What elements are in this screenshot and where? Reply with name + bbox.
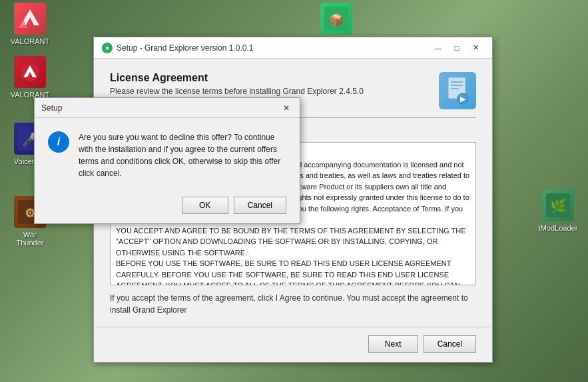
minimize-button[interactable]: —: [430, 41, 447, 55]
war-thunder-label: War Thunder: [9, 231, 51, 247]
dialog-titlebar: Setup ✕: [35, 98, 300, 118]
svg-text:▶: ▶: [460, 95, 466, 103]
dialog-box: Setup ✕ i Are you sure you want to decli…: [34, 97, 300, 224]
installer-icon: ▶: [439, 72, 476, 109]
dialog-title: Setup: [41, 103, 62, 113]
valorant-label-1: VALORANT: [11, 37, 49, 45]
close-button[interactable]: ✕: [467, 41, 484, 55]
valorant-icon-image-1: [14, 3, 46, 35]
agree-instruction: If you accept the terms of the agreement…: [110, 292, 476, 316]
dialog-body: i Are you sure you want to decline this …: [35, 118, 300, 190]
dialog-footer: OK Cancel: [35, 190, 300, 223]
svg-rect-14: [451, 85, 463, 86]
setup-titlebar-title: Setup - Grand Explorer version 1.0.0.1: [117, 43, 253, 53]
section-header-text: License Agreement Please review the lice…: [110, 72, 364, 96]
svg-rect-15: [451, 88, 459, 89]
dialog-ok-button[interactable]: OK: [182, 197, 228, 214]
dialog-cancel-button[interactable]: Cancel: [234, 197, 286, 214]
junk-icon-image: 📦: [320, 3, 352, 35]
titlebar-left: ● Setup - Grand Explorer version 1.0.0.1: [102, 43, 253, 53]
setup-footer: Next Cancel: [94, 327, 492, 362]
license-section-title: License Agreement: [110, 72, 364, 84]
svg-text:🌿: 🌿: [550, 198, 567, 214]
tmodloader-icon-image: 🌿: [542, 189, 574, 221]
setup-titlebar-icon: ●: [102, 43, 113, 53]
svg-text:📦: 📦: [329, 13, 344, 27]
setup-window: ● Setup - Grand Explorer version 1.0.0.1…: [93, 37, 493, 363]
dialog-close-button[interactable]: ✕: [280, 101, 293, 115]
tmodloader-label: tModLoader: [539, 224, 578, 232]
next-button[interactable]: Next: [368, 335, 418, 353]
valorant-icon-image-2: [14, 56, 46, 88]
desktop: VALORANT VALORANT 🎤 Voicemod ⚙ War Thund…: [0, 0, 588, 382]
license-section-subtitle: Please review the license terms before i…: [110, 87, 364, 96]
svg-rect-13: [451, 81, 463, 83]
maximize-button[interactable]: □: [448, 41, 465, 55]
desktop-icon-valorant-1[interactable]: VALORANT: [7, 0, 53, 48]
dialog-message: Are you sure you want to decline this of…: [79, 131, 286, 179]
titlebar-controls: — □ ✕: [430, 41, 484, 55]
info-icon: i: [48, 131, 69, 153]
setup-titlebar: ● Setup - Grand Explorer version 1.0.0.1…: [94, 37, 492, 59]
cancel-button[interactable]: Cancel: [424, 335, 476, 353]
desktop-icon-valorant-2[interactable]: VALORANT: [7, 53, 53, 101]
desktop-icon-tmodloader[interactable]: 🌿 tModLoader: [535, 187, 581, 235]
